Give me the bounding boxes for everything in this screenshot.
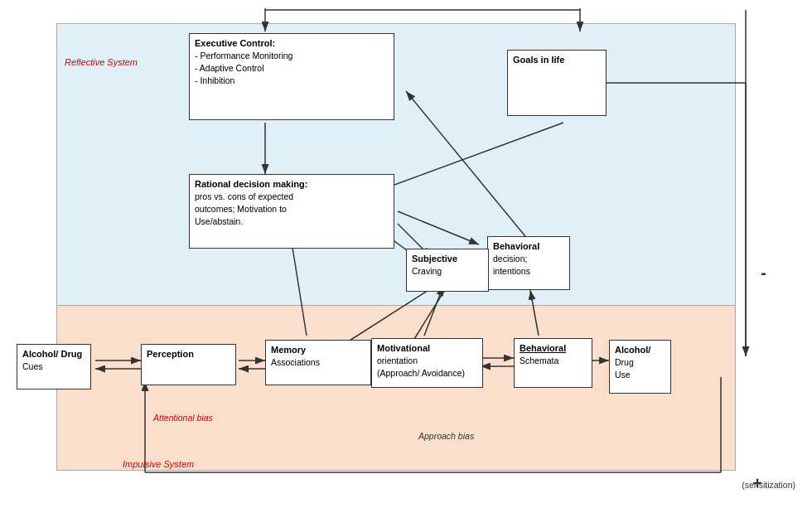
sensitization-label: (sensitization) (742, 480, 795, 490)
rational-decision-box: Rational decision making: pros vs. cons … (189, 174, 394, 249)
alcohol-drug-cues-box: Alcohol/ Drug Cues (17, 344, 91, 389)
subjective-craving-box: Subjective Craving (406, 249, 489, 292)
reflective-system-bg (56, 23, 736, 330)
diagram-container: Reflective System Impulsive System Execu… (0, 0, 812, 508)
memory-associations-box: Memory Associations (265, 340, 371, 385)
motivational-orientation-box: Motivational orientation(Approach/ Avoid… (371, 338, 483, 388)
behavioral-decision-box: Behavioral decision;intentions (487, 236, 570, 290)
perception-box: Perception (141, 344, 236, 385)
reflective-system-label: Reflective System (65, 56, 138, 68)
impulsive-system-label: Impulsive System (123, 458, 194, 470)
behavioral-schemata-box: Behavioral Schemata (514, 338, 592, 388)
alcohol-drug-use-box: Alcohol/ DrugUse (609, 340, 671, 394)
goals-in-life-box: Goals in life (507, 50, 607, 116)
approach-bias-label: Approach bias (418, 431, 474, 441)
minus-sign-label: - (761, 264, 766, 283)
attentional-bias-label: Attentional bias (153, 413, 213, 423)
executive-control-box: Executive Control: - Performance Monitor… (189, 33, 394, 120)
